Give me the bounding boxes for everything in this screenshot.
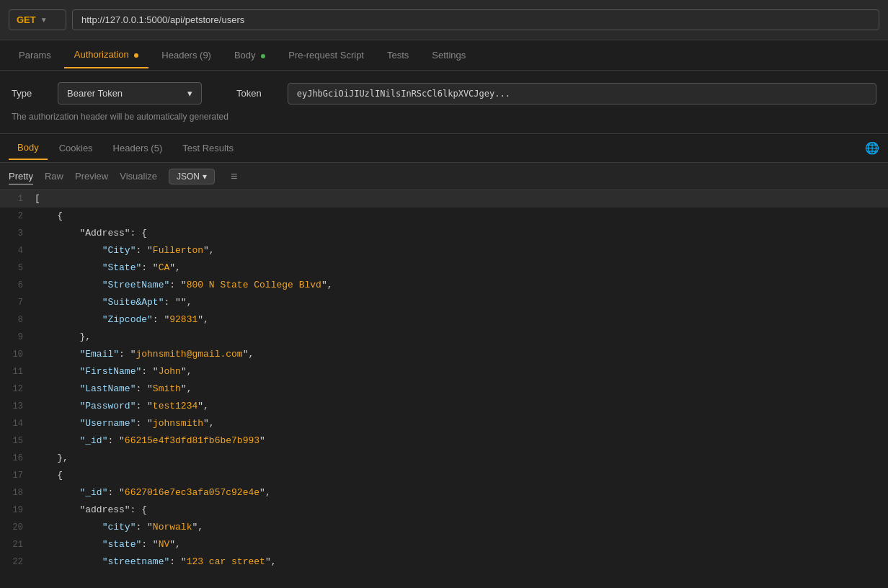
json-line: 15 "_id": "66215e4f3dfd81fb6be7b993" <box>0 432 888 450</box>
bearer-token-dropdown[interactable]: Bearer Token ▾ <box>58 82 202 104</box>
json-line: 1[ <box>0 190 888 208</box>
line-content: "FirstName": "John", <box>35 364 888 380</box>
tab-settings[interactable]: Settings <box>422 43 476 68</box>
tab-params[interactable]: Params <box>9 43 61 68</box>
line-number: 21 <box>0 537 35 553</box>
method-selector[interactable]: GET ▼ <box>9 9 66 30</box>
line-content: "_id": "6627016e7ec3afa057c92e4e", <box>35 485 888 501</box>
response-actions: 🌐 <box>865 141 879 156</box>
json-line: 11 "FirstName": "John", <box>0 363 888 380</box>
type-label: Type <box>12 88 40 99</box>
chevron-down-icon: ▾ <box>203 172 207 182</box>
line-number: 17 <box>0 468 35 484</box>
json-line: 14 "Username": "johnsmith", <box>0 415 888 432</box>
json-line: 20 "city": "Norwalk", <box>0 519 888 536</box>
json-line: 19 "address": { <box>0 502 888 519</box>
line-number: 7 <box>0 295 35 311</box>
line-content: }, <box>35 450 888 466</box>
line-content: "State": "CA", <box>35 260 888 276</box>
authorization-dot <box>134 53 138 58</box>
line-number: 1 <box>0 191 35 207</box>
line-number: 3 <box>0 226 35 241</box>
json-line: 6 "StreetName": "800 N State College Blv… <box>0 277 888 294</box>
line-number: 20 <box>0 520 35 535</box>
line-content: { <box>35 468 888 484</box>
line-content: { <box>35 208 888 224</box>
json-line: 8 "Zipcode": "92831", <box>0 311 888 329</box>
line-number: 8 <box>0 312 35 328</box>
chevron-down-icon: ▼ <box>40 16 48 24</box>
tab-tests[interactable]: Tests <box>377 43 419 68</box>
globe-icon: 🌐 <box>865 141 879 156</box>
view-preview[interactable]: Preview <box>75 169 108 184</box>
line-content: "streetname": "123 car street", <box>35 554 888 570</box>
line-number: 19 <box>0 502 35 518</box>
json-format-button[interactable]: JSON ▾ <box>169 169 215 184</box>
line-number: 22 <box>0 554 35 570</box>
json-line: 4 "City": "Fullerton", <box>0 242 888 259</box>
json-line: 16 }, <box>0 450 888 467</box>
json-line: 17 { <box>0 467 888 484</box>
json-line: 3 "Address": { <box>0 225 888 242</box>
line-content: "Suite&Apt": "", <box>35 295 888 311</box>
json-toolbar: Pretty Raw Preview Visualize JSON ▾ ≡ <box>0 163 888 190</box>
line-content: "address": { <box>35 502 888 518</box>
line-number: 11 <box>0 364 35 380</box>
json-line: 22 "streetname": "123 car street", <box>0 553 888 571</box>
json-line: 9 }, <box>0 329 888 346</box>
filter-button[interactable]: ≡ <box>226 169 241 184</box>
url-bar: GET ▼ <box>0 0 888 40</box>
response-tab-body[interactable]: Body <box>9 136 48 160</box>
chevron-down-icon: ▾ <box>187 88 192 99</box>
line-number: 4 <box>0 243 35 259</box>
line-content: "_id": "66215e4f3dfd81fb6be7b993" <box>35 433 888 449</box>
view-visualize[interactable]: Visualize <box>120 169 157 184</box>
line-content: "StreetName": "800 N State College Blvd"… <box>35 277 888 293</box>
json-line: 12 "LastName": "Smith", <box>0 380 888 398</box>
line-number: 14 <box>0 416 35 432</box>
line-number: 2 <box>0 208 35 224</box>
tab-pre-request[interactable]: Pre-request Script <box>278 43 374 68</box>
line-content: "Zipcode": "92831", <box>35 312 888 328</box>
json-line: 7 "Suite&Apt": "", <box>0 294 888 311</box>
url-input[interactable] <box>72 9 879 30</box>
response-tab-headers[interactable]: Headers (5) <box>105 137 172 159</box>
line-content: "City": "Fullerton", <box>35 243 888 259</box>
method-label: GET <box>17 14 36 25</box>
auth-row: Type Bearer Token ▾ Token eyJhbGciOiJIUz… <box>12 82 876 104</box>
line-number: 6 <box>0 277 35 293</box>
view-raw[interactable]: Raw <box>45 169 63 184</box>
json-line: 5 "State": "CA", <box>0 259 888 277</box>
auth-note: The authorization header will be automat… <box>12 112 876 122</box>
line-number: 13 <box>0 398 35 414</box>
json-line: 21 "state": "NV", <box>0 536 888 553</box>
json-content: 1[2 {3 "Address": {4 "City": "Fullerton"… <box>0 190 888 587</box>
tab-authorization[interactable]: Authorization <box>64 42 149 68</box>
line-content: "Password": "test1234", <box>35 398 888 414</box>
tab-body[interactable]: Body <box>224 43 275 68</box>
line-number: 5 <box>0 260 35 276</box>
body-dot <box>261 54 265 58</box>
line-content: "Address": { <box>35 226 888 241</box>
line-number: 10 <box>0 347 35 362</box>
token-value[interactable]: eyJhbGciOiJIUzlINilsInRScCl6lkpXVCJgey..… <box>288 83 876 104</box>
line-content: "Email": "johnsmith@gmail.com", <box>35 347 888 362</box>
line-number: 12 <box>0 381 35 397</box>
line-content: "state": "NV", <box>35 537 888 553</box>
view-pretty[interactable]: Pretty <box>9 169 33 184</box>
response-tabs: Body Cookies Headers (5) Test Results 🌐 <box>0 134 888 163</box>
line-number: 9 <box>0 329 35 345</box>
line-content: "Username": "johnsmith", <box>35 416 888 432</box>
line-content: [ <box>35 191 888 207</box>
line-content: "LastName": "Smith", <box>35 381 888 397</box>
line-number: 16 <box>0 450 35 466</box>
response-tab-cookies[interactable]: Cookies <box>50 137 102 159</box>
json-line: 13 "Password": "test1234", <box>0 398 888 415</box>
line-content: }, <box>35 329 888 345</box>
auth-section: Type Bearer Token ▾ Token eyJhbGciOiJIUz… <box>0 71 888 134</box>
json-line: 10 "Email": "johnsmith@gmail.com", <box>0 346 888 363</box>
response-tab-test-results[interactable]: Test Results <box>174 137 242 159</box>
tab-headers[interactable]: Headers (9) <box>151 43 221 68</box>
request-tabs: Params Authorization Headers (9) Body Pr… <box>0 40 888 71</box>
line-content: "city": "Norwalk", <box>35 520 888 535</box>
